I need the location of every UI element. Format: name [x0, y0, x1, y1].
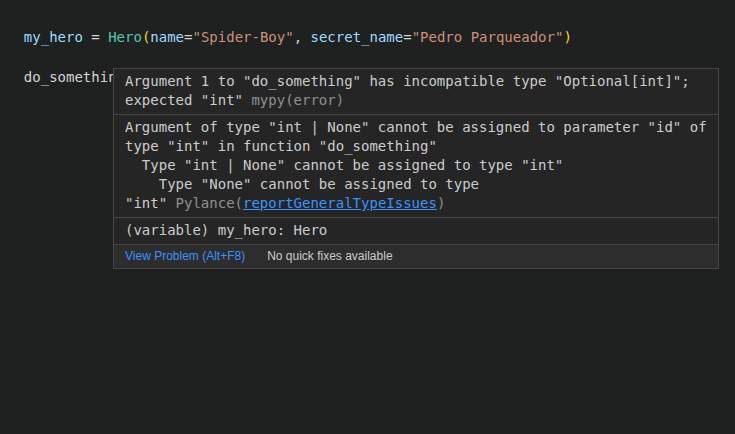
code-token-operator: = [403, 29, 411, 45]
variable-type-text: (variable) my_hero: Hero [125, 221, 708, 240]
code-token-param: secret_name [311, 29, 404, 45]
diagnostic-message-text: "int" [125, 195, 176, 211]
code-token-string: "Spider-Boy" [192, 29, 293, 45]
diagnostic-message-line: type "int" in function "do_something" [125, 137, 708, 156]
diagnostic-message-text: expected "int" [125, 92, 251, 108]
code-token-class: Hero [108, 29, 142, 45]
editor-hover-widget: Argument 1 to "do_something" has incompa… [113, 68, 719, 269]
hover-status-bar: View Problem (Alt+F8) No quick fixes ava… [114, 244, 718, 268]
diagnostic-message-line: "int" Pylance(reportGeneralTypeIssues) [125, 194, 708, 213]
diagnostic-message-line: expected "int" mypy(error) [125, 91, 708, 110]
diagnostic-message-line: Type "None" cannot be assigned to type [125, 175, 708, 194]
diagnostic-message-line: Argument 1 to "do_something" has incompa… [125, 72, 708, 91]
code-token-operator: = [83, 29, 108, 45]
code-token-param: name [150, 29, 184, 45]
diagnostic-message-line: Argument of type "int | None" cannot be … [125, 118, 708, 137]
diagnostic-mypy: Argument 1 to "do_something" has incompa… [114, 69, 718, 114]
diagnostic-source: ) [437, 195, 445, 211]
diagnostic-message-line: Type "int | None" cannot be assigned to … [125, 156, 708, 175]
diagnostic-rule-link[interactable]: reportGeneralTypeIssues [243, 195, 437, 211]
code-token-string: "Pedro Parqueador" [412, 29, 564, 45]
code-token-bracket: ) [563, 29, 571, 45]
view-problem-link[interactable]: View Problem (Alt+F8) [125, 249, 245, 263]
code-token-function: do_something [24, 69, 125, 85]
code-token-variable: my_hero [24, 29, 83, 45]
no-quick-fixes-text: No quick fixes available [267, 249, 392, 263]
diagnostic-source: Pylance( [176, 195, 243, 211]
code-line-1[interactable]: my_hero = Hero(name="Spider-Boy", secret… [7, 9, 572, 47]
code-token-comma: , [294, 29, 311, 45]
hover-variable-info: (variable) my_hero: Hero [114, 217, 718, 244]
diagnostic-source: mypy(error) [251, 92, 344, 108]
diagnostic-pylance: Argument of type "int | None" cannot be … [114, 114, 718, 217]
